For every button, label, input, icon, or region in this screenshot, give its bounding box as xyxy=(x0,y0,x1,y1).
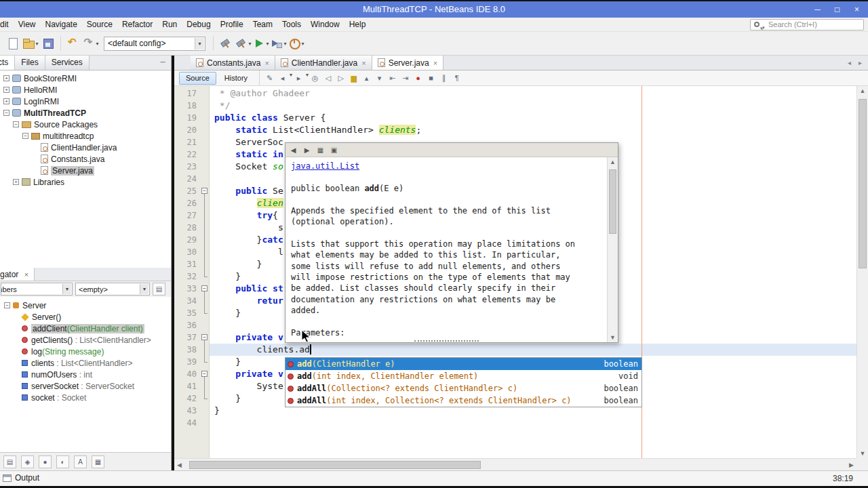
javadoc-class-link[interactable]: java.util.List xyxy=(291,161,601,171)
plus-handle[interactable]: + xyxy=(3,75,9,81)
plus-handle[interactable]: + xyxy=(3,87,9,93)
project-item-libraries[interactable]: +Libraries xyxy=(0,176,171,188)
navigator-item-getclients[interactable]: getClients() : List<ClientHandler> xyxy=(0,334,171,346)
find-selection-icon[interactable]: ◎ xyxy=(309,72,321,84)
menu-debug[interactable]: Debug xyxy=(182,18,215,31)
menu-tools[interactable]: Tools xyxy=(277,18,306,31)
navigator-item-log[interactable]: log(String message) xyxy=(0,346,171,357)
close-icon[interactable]: × xyxy=(24,270,28,279)
save-all-button[interactable] xyxy=(40,35,56,52)
show-fields-icon[interactable]: ◈ xyxy=(21,455,34,468)
vertical-scroll-thumb[interactable] xyxy=(859,99,867,268)
menu-run[interactable]: Run xyxy=(157,18,182,31)
redo-button[interactable]: ▾ xyxy=(83,35,99,52)
back-icon[interactable]: ◂ xyxy=(277,72,288,84)
scroll-left-icon[interactable]: ◀ xyxy=(177,462,182,468)
projects-tree[interactable]: +BookStoreRMI+HelloRMI+LogInRMI−MultiThr… xyxy=(0,70,172,268)
tab-clienthandler-java[interactable]: ClientHandler.java× xyxy=(275,56,372,70)
project-item-multithreadtcp[interactable]: −MultiThreadTCP xyxy=(0,107,171,119)
project-item-server-java[interactable]: Server.java xyxy=(0,165,171,176)
open-project-button[interactable]: ▾ xyxy=(22,35,39,52)
popup-resize-handle[interactable] xyxy=(414,340,479,342)
menu-source[interactable]: Source xyxy=(82,18,117,31)
menu-view[interactable]: View xyxy=(14,18,41,31)
chevron-down-icon[interactable]: ▼ xyxy=(62,284,71,294)
next-bookmark-icon[interactable]: ▾ xyxy=(374,72,385,84)
menu-help[interactable]: Help xyxy=(344,18,371,31)
profile-dropdown-icon[interactable]: ▾ xyxy=(301,41,304,47)
horizontal-scroll-thumb[interactable] xyxy=(189,461,481,469)
scroll-up-icon[interactable]: ▲ xyxy=(608,159,618,165)
tab-files[interactable]: Files xyxy=(15,56,45,70)
history-view-button[interactable]: History xyxy=(218,72,254,85)
minus-handle[interactable]: − xyxy=(13,121,19,127)
editor-gutter[interactable]: 171819202122232425−2627282930313233−3435… xyxy=(174,86,210,458)
scroll-right-icon[interactable]: ▶ xyxy=(849,462,854,468)
toggle-highlight-icon[interactable]: ▆ xyxy=(348,72,359,84)
navigator-scope-select[interactable]: <empty> ▼ xyxy=(75,283,150,296)
navigator-view-select[interactable]: Members ▼ xyxy=(1,283,73,296)
find-previous-icon[interactable]: ◁ xyxy=(322,72,334,84)
clean-build-dropdown-icon[interactable]: ▾ xyxy=(248,41,251,47)
debug-dropdown-icon[interactable]: ▾ xyxy=(283,41,286,47)
navigator-item-socket[interactable]: socket : Socket xyxy=(0,392,171,403)
previous-bookmark-icon[interactable]: ▴ xyxy=(361,72,372,84)
back-icon[interactable]: ◀ xyxy=(288,144,299,155)
open-project-dropdown-icon[interactable]: ▾ xyxy=(35,41,38,47)
comment-icon[interactable]: ∥ xyxy=(438,72,450,84)
menu-navigate[interactable]: Navigate xyxy=(40,18,81,31)
navigator-tree[interactable]: −ServerServer()addClient(ClientHandler c… xyxy=(0,297,172,452)
completion-item[interactable]: addAll(int index, Collection<? extends C… xyxy=(285,394,642,407)
tab-constants-java[interactable]: Constants.java× xyxy=(191,56,275,70)
scroll-up-icon[interactable]: ▲ xyxy=(857,87,868,94)
vertical-scrollbar[interactable]: ▲ ▼ xyxy=(856,86,868,458)
stop-macro-icon[interactable]: ■ xyxy=(425,72,437,84)
forward-icon[interactable]: ▶ xyxy=(301,144,313,155)
tab-projects[interactable]: Projects xyxy=(0,56,15,70)
quick-search-input[interactable]: ▾ Search (Ctrl+I) xyxy=(750,19,864,30)
menu-window[interactable]: Window xyxy=(306,18,344,31)
shift-right-icon[interactable]: ⇥ xyxy=(399,72,411,84)
debug-button[interactable]: ▾ xyxy=(271,35,287,52)
fold-collapse-icon[interactable]: − xyxy=(201,334,208,340)
close-icon[interactable]: × xyxy=(433,59,437,67)
redo-dropdown-icon[interactable]: ▾ xyxy=(96,41,98,47)
chevron-down-icon[interactable]: ▾ xyxy=(195,38,204,49)
start-macro-icon[interactable]: ● xyxy=(412,72,424,84)
fold-collapse-icon[interactable]: − xyxy=(201,188,208,194)
close-icon[interactable]: × xyxy=(361,59,366,67)
show-static-icon[interactable]: ● xyxy=(39,455,52,468)
clean-build-button[interactable]: ▾ xyxy=(235,35,252,52)
project-item-multithreadtcp[interactable]: −multithreadtcp xyxy=(0,130,171,142)
plus-handle[interactable]: + xyxy=(13,179,19,185)
minimize-panel-icon[interactable]: ─ xyxy=(158,59,167,66)
run-dropdown-icon[interactable]: ▾ xyxy=(266,41,269,47)
project-item-hellormi[interactable]: +HelloRMI xyxy=(0,84,171,96)
tab-scroll-left-icon[interactable]: ◂ xyxy=(844,58,854,68)
scroll-down-icon[interactable]: ▼ xyxy=(857,450,868,457)
minus-handle[interactable]: − xyxy=(4,302,10,308)
tab-server-java[interactable]: Server.java× xyxy=(372,56,443,70)
last-edit-icon[interactable]: ✎ xyxy=(264,72,275,84)
menu-profile[interactable]: Profile xyxy=(216,18,248,31)
javadoc-scrollbar[interactable]: ▲ ▼ xyxy=(607,157,618,342)
project-item-clienthandler-java[interactable]: ClientHandler.java xyxy=(0,142,171,153)
menu-team[interactable]: Team xyxy=(248,18,277,31)
profile-button[interactable]: ▾ xyxy=(288,35,304,52)
navigator-item-serversocket[interactable]: serverSocket : ServerSocket xyxy=(0,380,171,392)
chevron-down-icon[interactable]: ▼ xyxy=(140,284,149,294)
completion-item[interactable]: add(ClientHandler e)boolean xyxy=(285,358,642,370)
navigator-item-numofusers[interactable]: numOfUsers : int xyxy=(0,369,171,380)
tab-scroll-right-icon[interactable]: ▸ xyxy=(855,58,865,68)
close-icon[interactable]: × xyxy=(847,1,867,18)
completion-item[interactable]: add(int index, ClientHandler element)voi… xyxy=(285,370,642,382)
horizontal-scrollbar[interactable]: ◀ ▶ xyxy=(174,458,856,470)
uncomment-icon[interactable]: ¶ xyxy=(451,72,462,84)
shift-left-icon[interactable]: ⇤ xyxy=(387,72,398,84)
build-button[interactable] xyxy=(218,35,234,52)
sort-alpha-icon[interactable]: A xyxy=(74,455,87,468)
show-in-browser-icon[interactable]: ▦ xyxy=(315,144,326,155)
fold-collapse-icon[interactable]: − xyxy=(201,285,208,291)
navigator-item-addclient[interactable]: addClient(ClientHandler client) xyxy=(0,323,171,334)
copy-icon[interactable]: ▣ xyxy=(328,144,340,155)
